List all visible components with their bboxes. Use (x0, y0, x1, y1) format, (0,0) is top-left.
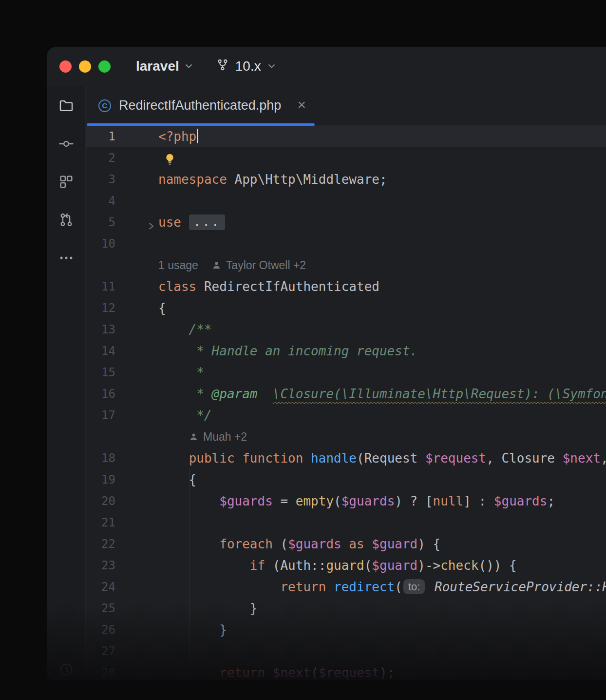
code-line[interactable]: * (158, 362, 606, 383)
code-line[interactable] (158, 233, 606, 254)
project-name: laravel (136, 58, 179, 74)
project-selector[interactable]: laravel (136, 58, 193, 74)
code-line[interactable]: <?php (158, 126, 606, 147)
code-line[interactable]: use ... (158, 212, 606, 233)
gutter[interactable] (115, 405, 158, 426)
code-token: * (158, 365, 204, 380)
branch-selector[interactable]: 10.x (216, 58, 276, 75)
line-number[interactable]: 18 (86, 447, 115, 469)
line-number[interactable]: 5 (86, 212, 115, 233)
code-line[interactable]: $guards = empty($guards) ? [null] : $gua… (158, 490, 606, 512)
line-number[interactable]: 1 (86, 126, 115, 147)
code-line[interactable] (158, 147, 606, 169)
code-token (158, 451, 189, 466)
rail-more-button[interactable] (53, 245, 80, 272)
gutter[interactable] (115, 190, 158, 212)
rail-structure-button[interactable] (53, 169, 80, 196)
code-line[interactable]: /** (158, 319, 606, 340)
code-line[interactable]: namespace App\Http\Middleware; (158, 169, 606, 190)
line-number[interactable]: 24 (86, 576, 115, 598)
line-number[interactable]: 21 (86, 512, 115, 533)
code-line[interactable]: * @param \Closure(\Illuminate\Http\Reque… (158, 383, 606, 405)
gutter[interactable] (115, 362, 158, 383)
code-token: return (280, 580, 326, 594)
code-token: ; (547, 494, 555, 508)
gutter[interactable] (115, 512, 158, 533)
gutter[interactable] (115, 126, 158, 147)
line-number[interactable]: 20 (86, 490, 115, 512)
code-line[interactable]: class RedirectIfAuthenticated (158, 276, 606, 297)
code-token: ] : (463, 494, 494, 508)
line-number[interactable]: 23 (86, 555, 115, 576)
code-editor[interactable]: 1<?php23namespace App\Http\Middleware;45… (86, 126, 606, 681)
line-number[interactable]: 16 (86, 383, 115, 405)
line-number[interactable]: 27 (86, 641, 115, 662)
code-line[interactable]: { (158, 469, 606, 490)
gutter[interactable] (115, 297, 158, 319)
gutter[interactable] (115, 383, 158, 405)
gutter[interactable] (115, 555, 158, 576)
commit-icon (58, 136, 75, 154)
line-number[interactable]: 4 (86, 190, 115, 212)
structure-icon (58, 174, 75, 192)
inlay-hint[interactable]: Muah +2 (203, 426, 247, 447)
rail-folder-button[interactable] (53, 93, 80, 120)
rail-pull-requests-button[interactable] (53, 207, 80, 234)
code-line[interactable]: } (158, 598, 606, 619)
minimize-window-button[interactable] (79, 60, 91, 73)
close-window-button[interactable] (59, 60, 72, 73)
gutter[interactable] (115, 469, 158, 490)
gutter[interactable] (115, 147, 158, 169)
code-line[interactable] (158, 512, 606, 533)
code-line[interactable]: return redirect(to: RouteServiceProvider… (158, 576, 606, 598)
line-number[interactable]: 25 (86, 598, 115, 619)
line-number[interactable]: 10 (86, 233, 115, 254)
gutter[interactable] (115, 233, 158, 254)
gutter[interactable] (115, 319, 158, 340)
line-number[interactable]: 13 (86, 319, 115, 340)
line-number[interactable]: 12 (86, 297, 115, 319)
code-line[interactable]: } (158, 619, 606, 641)
gutter[interactable] (115, 533, 158, 555)
gutter[interactable] (115, 212, 158, 233)
line-number[interactable]: 15 (86, 362, 115, 383)
code-line[interactable]: public function handle(Request $request,… (158, 447, 606, 469)
line-number[interactable]: 14 (86, 340, 115, 362)
code-token: check (440, 558, 478, 573)
zoom-window-button[interactable] (98, 60, 111, 73)
line-number[interactable]: 3 (86, 169, 115, 190)
gutter[interactable] (115, 619, 158, 641)
line-number[interactable]: 17 (86, 405, 115, 426)
line-number[interactable]: 26 (86, 619, 115, 641)
rail-bottom-button[interactable] (58, 662, 74, 680)
inlay-hint[interactable]: Taylor Otwell +2 (226, 254, 306, 276)
code-line[interactable] (158, 190, 606, 212)
rail-commit-button[interactable] (53, 131, 80, 158)
code-line[interactable]: { (158, 297, 606, 319)
inlay-hint[interactable]: 1 usage (158, 254, 198, 276)
code-line[interactable]: * Handle an incoming request. (158, 340, 606, 362)
gutter[interactable] (115, 598, 158, 619)
line-number[interactable]: 2 (86, 147, 115, 169)
code-row: 12{ (86, 297, 606, 319)
gutter[interactable] (115, 641, 158, 662)
gutter[interactable] (115, 576, 158, 598)
code-line[interactable] (158, 641, 606, 662)
folded-code-chip[interactable]: ... (189, 214, 225, 230)
tab-redirectifauthenticated[interactable]: C RedirectIfAuthenticated.php × (86, 86, 316, 125)
code-line[interactable]: */ (158, 405, 606, 426)
line-number[interactable]: 11 (86, 276, 115, 297)
code-line[interactable]: if (Auth::guard($guard)->check()) { (158, 555, 606, 576)
gutter[interactable] (115, 169, 158, 190)
line-number[interactable]: 22 (86, 533, 115, 555)
gutter[interactable] (115, 490, 158, 512)
gutter[interactable] (115, 447, 158, 469)
line-number[interactable]: 28 (86, 662, 115, 681)
gutter[interactable] (115, 340, 158, 362)
close-tab-icon[interactable]: × (297, 97, 306, 114)
line-number[interactable]: 19 (86, 469, 115, 490)
code-line[interactable]: return $next($request); (158, 662, 606, 681)
code-line[interactable]: foreach ($guards as $guard) { (158, 533, 606, 555)
gutter[interactable] (115, 662, 158, 681)
gutter[interactable] (115, 276, 158, 297)
